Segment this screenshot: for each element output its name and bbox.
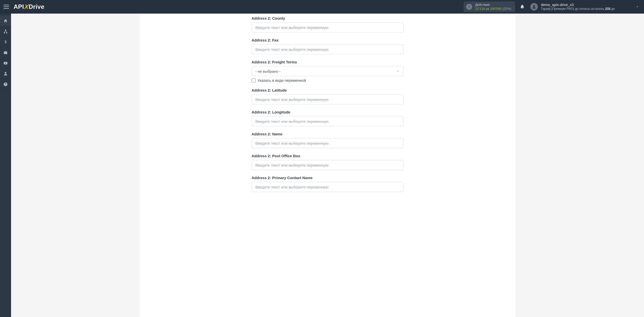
form-column: Address 2: CountyAddress 2: FaxAddress 2… — [252, 16, 404, 192]
field-latitude: Address 2: Latitude — [252, 88, 404, 104]
sitemap-icon — [3, 29, 8, 34]
logo-part-api: API — [14, 3, 24, 10]
usage-text: Действия: 22'114 из 100'000 (22%) — [475, 3, 511, 11]
tariff-days-prefix: | до оплаты осталось — [573, 7, 605, 11]
topbar: API X Drive i Действия: 22'114 из 100'00… — [0, 0, 644, 14]
input-pobox[interactable] — [252, 160, 404, 170]
input-county[interactable] — [252, 22, 404, 32]
tariff-days-value: 233 — [605, 7, 610, 11]
sidebar-item-account[interactable] — [0, 68, 11, 79]
usage-pct: (22%) — [502, 7, 511, 11]
sidebar-item-video[interactable] — [0, 58, 11, 68]
variable-checkbox-label: Указать в виде переменной — [258, 78, 306, 83]
tariff-plan: Премиум PRO — [552, 7, 573, 11]
sidebar-item-billing[interactable] — [0, 37, 11, 47]
sidebar-rail — [0, 14, 11, 317]
chevron-down-icon — [635, 5, 639, 9]
dollar-icon — [3, 40, 8, 44]
input-fax[interactable] — [252, 44, 404, 54]
youtube-icon — [3, 61, 8, 65]
user-icon — [3, 71, 8, 76]
field-county: Address 2: County — [252, 16, 404, 32]
usage-pill[interactable]: i Действия: 22'114 из 100'000 (22%) — [464, 2, 515, 12]
field-freight: Address 2: Freight Terms- не выбрано -Ук… — [252, 60, 404, 83]
field-label-latitude: Address 2: Latitude — [252, 88, 404, 92]
account-meta: demo_apix-drive_s3 Тариф |Премиум PRO| д… — [541, 3, 615, 11]
input-longitude[interactable] — [252, 116, 404, 126]
briefcase-icon — [3, 50, 8, 55]
usage-of: из — [486, 7, 489, 11]
logo[interactable]: API X Drive — [14, 3, 45, 10]
logo-part-x: X — [24, 3, 29, 10]
field-pobox: Address 2: Post Office Box — [252, 154, 404, 170]
help-icon — [3, 82, 8, 87]
input-latitude[interactable] — [252, 94, 404, 104]
main-canvas: Address 2: CountyAddress 2: FaxAddress 2… — [11, 14, 644, 317]
field-primarycontact: Address 2: Primary Contact Name — [252, 176, 404, 192]
account-name: demo_apix-drive_s3 — [541, 3, 615, 7]
sidebar-item-projects[interactable] — [0, 47, 11, 58]
usage-total: 100'000 — [490, 7, 502, 11]
field-label-primarycontact: Address 2: Primary Contact Name — [252, 176, 404, 180]
home-icon — [3, 19, 8, 23]
field-label-county: Address 2: County — [252, 16, 404, 20]
user-icon — [532, 5, 536, 9]
sidebar-item-connections[interactable] — [0, 26, 11, 37]
field-label-longitude: Address 2: Longitude — [252, 110, 404, 114]
variable-checkbox-row-freight[interactable]: Указать в виде переменной — [252, 78, 404, 83]
usage-count: 22'114 — [475, 7, 485, 11]
select-value-freight: - не выбрано - — [255, 69, 280, 73]
svg-rect-2 — [6, 32, 7, 33]
usage-values: 22'114 из 100'000 (22%) — [475, 7, 511, 11]
input-primarycontact[interactable] — [252, 182, 404, 192]
tariff-days-suffix: дн — [610, 7, 615, 11]
avatar — [530, 3, 538, 11]
app-shell: Address 2: CountyAddress 2: FaxAddress 2… — [0, 14, 644, 317]
account-subtitle: Тариф |Премиум PRO| до оплаты осталось 2… — [541, 7, 615, 11]
variable-checkbox-freight[interactable] — [252, 78, 256, 83]
sidebar-item-home[interactable] — [0, 16, 11, 26]
field-label-fax: Address 2: Fax — [252, 38, 404, 42]
chevron-down-icon — [396, 69, 400, 73]
select-freight[interactable]: - не выбрано - — [252, 66, 404, 76]
svg-rect-0 — [5, 30, 6, 30]
account-menu[interactable]: demo_apix-drive_s3 Тариф |Премиум PRO| д… — [530, 3, 639, 11]
field-longitude: Address 2: Longitude — [252, 110, 404, 126]
info-icon: i — [466, 4, 472, 10]
logo-part-drive: Drive — [29, 3, 45, 10]
tariff-prefix: Тариф | — [541, 7, 552, 11]
field-label-freight: Address 2: Freight Terms — [252, 60, 404, 64]
field-name: Address 2: Name — [252, 132, 404, 148]
notifications-icon[interactable] — [520, 4, 525, 9]
field-label-pobox: Address 2: Post Office Box — [252, 154, 404, 158]
sidebar-item-help[interactable] — [0, 79, 11, 90]
field-label-name: Address 2: Name — [252, 132, 404, 136]
field-fax: Address 2: Fax — [252, 38, 404, 54]
svg-rect-1 — [4, 32, 5, 33]
menu-toggle-button[interactable] — [4, 5, 9, 9]
content-panel: Address 2: CountyAddress 2: FaxAddress 2… — [140, 14, 515, 317]
input-name[interactable] — [252, 138, 404, 148]
usage-label: Действия: — [475, 3, 511, 7]
